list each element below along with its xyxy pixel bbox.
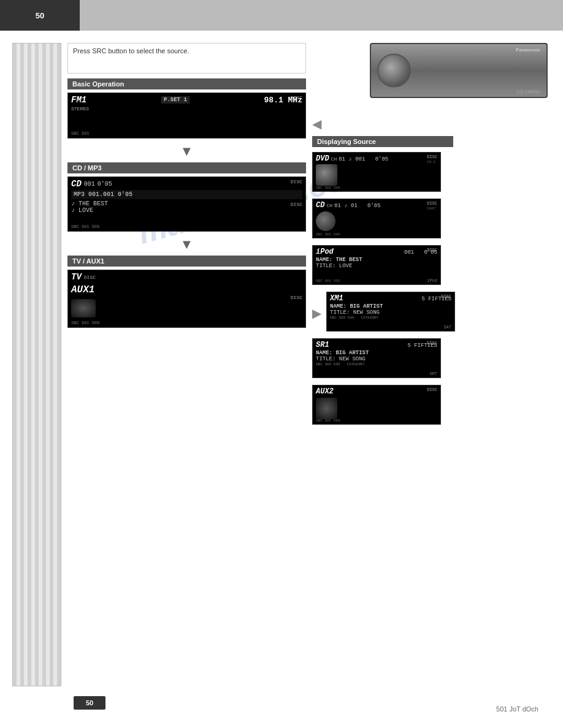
aux2-disc: DISC xyxy=(427,387,437,392)
ipod-name: NAME: THE BEST xyxy=(316,257,437,263)
xm1-category: SBC S09 S09 CATEGORY xyxy=(330,316,451,320)
screens-column: DVD CH 01 ♪ 001 0'05 DISCCH C SBC S01 S0… xyxy=(312,152,551,430)
xm1-row: ▶ XM1 5 FIFTIES NAME: BIG ARTIST TITLE: … xyxy=(312,292,551,335)
cd-track-num: 001 xyxy=(84,181,95,188)
ipod-top: iPod 001 0'05 xyxy=(316,248,437,256)
dvd-disc: DISCCH C xyxy=(427,154,437,164)
xm1-name: NAME: BIG ARTIST xyxy=(330,303,451,309)
sr1-disc: DISC xyxy=(427,341,437,346)
cd-bottom: SBC S01 S09 xyxy=(71,224,302,229)
ipod-disc: DISC xyxy=(427,248,437,252)
ipod-screen: iPod 001 0'05 NAME: THE BEST TITLE: LOVE… xyxy=(312,245,441,285)
cd-right-row: CD CH 01 ♪ 01 0'05 DISCCHFC SBC S01 S09 xyxy=(312,199,551,241)
ipod-right-label: iPod xyxy=(427,278,437,283)
basic-operation-header: Basic Operation xyxy=(67,78,306,89)
aux2-image xyxy=(316,398,337,419)
pset-badge: P.SET 1 xyxy=(161,96,190,104)
arrow-down-2: ▼ xyxy=(67,237,306,252)
dvd-image xyxy=(316,164,337,186)
cd-right-mid xyxy=(316,211,437,231)
fm-bottom-text: SBC S01 xyxy=(71,131,89,136)
xm1-title: TITLE: NEW SONG xyxy=(330,309,451,316)
sr1-screen: SR1 5 FIFTIES NAME: BIG ARTIST TITLE: NE… xyxy=(312,338,441,378)
page-number-text: 501 JoT dOch xyxy=(496,705,538,713)
header-tab: 50 xyxy=(0,0,80,31)
device-image: Panasonic CQ-C8803U xyxy=(370,43,548,98)
arrow-left: ◀ xyxy=(312,116,551,131)
tv-content: TV DISC AUX1 DISC xyxy=(71,272,302,317)
tv-bottom: SBC S01 S09 xyxy=(71,320,302,325)
xm1-right-label: SAT xyxy=(443,325,451,330)
sr1-right-label: SRT xyxy=(429,371,437,376)
fm-screen: FM1 P.SET 1 98.1 MHz DISC STEREO SBC S01 xyxy=(67,93,306,138)
cd-label: CD xyxy=(71,179,82,189)
tv-disc2: DISC xyxy=(291,295,302,300)
arrow-down-1: ▼ xyxy=(67,143,306,159)
content-area: Press SRC button to select the source. B… xyxy=(67,43,551,686)
aux1-row: AUX1 DISC xyxy=(71,284,94,295)
aux2-row: AUX2 DISC SBC S01 S09 xyxy=(312,385,551,428)
displaying-source-header: Displaying Source xyxy=(312,136,453,147)
tv-top-row: TV DISC xyxy=(71,272,96,282)
dvd-mid xyxy=(316,164,437,186)
xm1-top: XM1 5 FIFTIES xyxy=(330,294,451,303)
tv-aux1-label: TV / AUX1 xyxy=(72,257,104,265)
cd-right-disc: DISCCHFC xyxy=(427,201,437,211)
page-number: 501 JoT dOch xyxy=(496,705,538,713)
tv-label: TV xyxy=(71,272,82,282)
sr1-top: SR1 5 FIFTIES xyxy=(316,341,437,349)
cd-right-ch: CH xyxy=(326,203,332,208)
tv-screen: TV DISC AUX1 DISC SBC S01 S09 xyxy=(67,270,306,328)
left-column: Press SRC button to select the source. B… xyxy=(67,43,306,686)
cd-track1: ♪ THE BEST xyxy=(71,200,302,207)
cd-disc: DISC xyxy=(291,179,302,184)
xm1-disc: DISC xyxy=(441,294,451,299)
ipod-row: iPod 001 0'05 NAME: THE BEST TITLE: LOVE… xyxy=(312,245,551,288)
xm1-screen: XM1 5 FIFTIES NAME: BIG ARTIST TITLE: NE… xyxy=(326,292,455,332)
ipod-label: iPod xyxy=(316,248,334,256)
right-column: ◀ Displaying Source DVD CH 01 ♪ 001 0'05 xyxy=(312,43,551,686)
device-model: CQ-C8803U xyxy=(516,89,540,94)
aux1-label: AUX1 xyxy=(71,284,94,295)
cd-top: CD 001 0'05 xyxy=(71,179,302,189)
instruction-text-box: Press SRC button to select the source. xyxy=(67,43,306,74)
sr1-name: NAME: BIG ARTIST xyxy=(316,350,437,356)
header: 50 xyxy=(0,0,563,31)
device-model-text: CQ-C8803U xyxy=(516,89,540,94)
aux2-screen: AUX2 DISC SBC S01 S09 xyxy=(312,385,441,425)
tv-aux1-header: TV / AUX1 xyxy=(67,256,306,267)
basic-operation-label: Basic Operation xyxy=(72,80,124,88)
dvd-label: DVD xyxy=(316,154,329,163)
cd-right-top: CD CH 01 ♪ 01 0'05 xyxy=(316,201,437,210)
mp3-label: MP3 001.001 0'05 xyxy=(74,191,300,198)
sr1-title: TITLE: NEW SONG xyxy=(316,356,437,362)
dvd-row: DVD CH 01 ♪ 001 0'05 DISCCH C SBC S01 S0… xyxy=(312,152,551,195)
dvd-ch: CH xyxy=(331,156,337,162)
cd-track3: ♪ LOVE xyxy=(71,207,302,214)
fm-label: FM1 xyxy=(71,95,86,105)
ipod-bottom: SBC S01 S03 xyxy=(316,279,340,283)
main-content: Press SRC button to select the source. B… xyxy=(0,37,563,692)
cd-track3-text: LOVE xyxy=(79,207,93,214)
fm-bottom: SBC S01 xyxy=(71,131,302,136)
cd-bottom-text: SBC S01 S09 xyxy=(71,224,99,229)
tv-disc1: DISC xyxy=(84,275,96,280)
sr1-row: SR1 5 FIFTIES NAME: BIG ARTIST TITLE: NE… xyxy=(312,338,551,381)
device-brand: Panasonic xyxy=(516,47,540,53)
sr1-label: SR1 xyxy=(316,341,329,349)
cd-mp3-label: CD / MP3 xyxy=(72,164,102,172)
cd-right-bottom: SBC S01 S09 xyxy=(316,232,340,237)
sr1-category: SBC S09 S09 CATEGORY xyxy=(316,362,437,366)
cd-disc-image xyxy=(316,211,335,231)
device-body: Panasonic CQ-C8803U xyxy=(371,44,546,97)
bottom-button[interactable]: 50 xyxy=(74,696,105,710)
dvd-bottom: SBC S01 S09 xyxy=(316,186,340,190)
aux2-bottom: SBC S01 S09 xyxy=(316,419,340,423)
dvd-nums: 01 ♪ 001 0'05 xyxy=(339,156,388,162)
sidebar xyxy=(12,43,61,686)
bottom-button-label: 50 xyxy=(86,699,93,707)
cd-right-screen: CD CH 01 ♪ 01 0'05 DISCCHFC SBC S01 S09 xyxy=(312,199,441,238)
fm-disc: DISC xyxy=(291,95,302,100)
cd-track2-text: THE BEST xyxy=(79,200,108,207)
dvd-screen: DVD CH 01 ♪ 001 0'05 DISCCH C SBC S01 S0… xyxy=(312,152,441,192)
